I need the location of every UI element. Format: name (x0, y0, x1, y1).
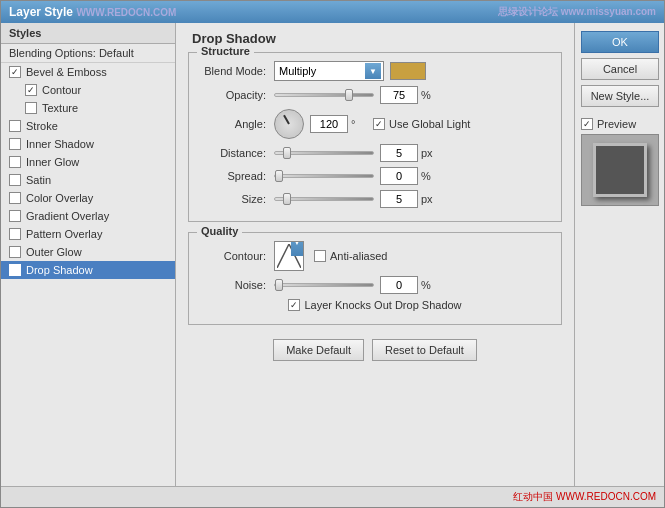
size-thumb[interactable] (283, 193, 291, 205)
title-bar: Layer Style WWW.REDOCN.COM 思绿设计论坛 www.mi… (1, 1, 664, 23)
preview-box (581, 134, 659, 206)
noise-label: Noise: (201, 279, 266, 291)
distance-label: Distance: (201, 147, 266, 159)
style-item-label: Inner Glow (26, 156, 79, 168)
style-checkbox[interactable] (25, 102, 37, 114)
knocks-out-text: Layer Knocks Out Drop Shadow (304, 299, 461, 311)
drop-shadow-title: Drop Shadow (188, 31, 562, 46)
size-unit: px (421, 193, 435, 205)
angle-row: Angle: ° Use Global Light (201, 109, 549, 139)
new-style-button[interactable]: New Style... (581, 85, 659, 107)
spread-label: Spread: (201, 170, 266, 182)
style-item-label: Contour (42, 84, 81, 96)
style-item-label: Inner Shadow (26, 138, 94, 150)
style-item-label: Stroke (26, 120, 58, 132)
reset-to-default-button[interactable]: Reset to Default (372, 339, 477, 361)
layer-style-dialog: Layer Style WWW.REDOCN.COM 思绿设计论坛 www.mi… (0, 0, 665, 508)
style-checkbox[interactable] (9, 246, 21, 258)
sidebar-item-texture[interactable]: Texture (1, 99, 175, 117)
preview-container: Preview (581, 116, 658, 206)
global-light-label[interactable]: Use Global Light (373, 118, 470, 130)
angle-input[interactable] (310, 115, 348, 133)
ok-button[interactable]: OK (581, 31, 659, 53)
blend-mode-arrow: ▼ (365, 63, 381, 79)
noise-thumb[interactable] (275, 279, 283, 291)
anti-aliased-checkbox[interactable] (314, 250, 326, 262)
knocks-out-label[interactable]: Layer Knocks Out Drop Shadow (288, 299, 461, 311)
noise-row: Noise: % (201, 276, 549, 294)
blend-mode-dropdown[interactable]: Multiply ▼ (274, 61, 384, 81)
style-checkbox[interactable] (25, 84, 37, 96)
title-watermark-left: WWW.REDOCN.COM (76, 7, 176, 18)
contour-row: Contour: ▼ Anti-aliased (201, 241, 549, 271)
style-checkbox[interactable] (9, 66, 21, 78)
sidebar-item-pattern-overlay[interactable]: Pattern Overlay (1, 225, 175, 243)
size-slider[interactable] (274, 197, 374, 201)
style-item-label: Outer Glow (26, 246, 82, 258)
buttons-panel: OK Cancel New Style... Preview (574, 23, 664, 486)
style-item-label: Satin (26, 174, 51, 186)
noise-slider[interactable] (274, 283, 374, 287)
style-item-label: Texture (42, 102, 78, 114)
sidebar-item-inner-glow[interactable]: Inner Glow (1, 153, 175, 171)
style-checkbox[interactable] (9, 174, 21, 186)
blend-mode-row: Blend Mode: Multiply ▼ (201, 61, 549, 81)
sidebar-item-color-overlay[interactable]: Color Overlay (1, 189, 175, 207)
sidebar-item-satin[interactable]: Satin (1, 171, 175, 189)
structure-label: Structure (197, 45, 254, 57)
global-light-checkbox[interactable] (373, 118, 385, 130)
left-panel: Styles Blending Options: Default Bevel &… (1, 23, 176, 486)
anti-aliased-label[interactable]: Anti-aliased (314, 250, 387, 262)
opacity-unit: % (421, 89, 435, 101)
blend-mode-label: Blend Mode: (201, 65, 266, 77)
shadow-color-swatch[interactable] (390, 62, 426, 80)
noise-input[interactable] (380, 276, 418, 294)
sidebar-item-stroke[interactable]: Stroke (1, 117, 175, 135)
contour-dropdown-arrow: ▼ (291, 241, 303, 256)
knocks-out-checkbox[interactable] (288, 299, 300, 311)
bottom-buttons: Make Default Reset to Default (188, 335, 562, 365)
distance-row: Distance: px (201, 144, 549, 162)
opacity-slider[interactable] (274, 93, 374, 97)
style-checkbox[interactable] (9, 138, 21, 150)
opacity-thumb[interactable] (345, 89, 353, 101)
preview-checkbox-label[interactable]: Preview (581, 118, 658, 130)
sidebar-item-drop-shadow[interactable]: Drop Shadow (1, 261, 175, 279)
opacity-label: Opacity: (201, 89, 266, 101)
opacity-input[interactable] (380, 86, 418, 104)
cancel-button[interactable]: Cancel (581, 58, 659, 80)
distance-slider[interactable] (274, 151, 374, 155)
distance-thumb[interactable] (283, 147, 291, 159)
blending-options-header[interactable]: Blending Options: Default (1, 44, 175, 63)
distance-input[interactable] (380, 144, 418, 162)
style-checkbox[interactable] (9, 192, 21, 204)
global-light-text: Use Global Light (389, 118, 470, 130)
size-input[interactable] (380, 190, 418, 208)
style-checkbox[interactable] (9, 264, 21, 276)
style-checkbox[interactable] (9, 228, 21, 240)
distance-unit: px (421, 147, 435, 159)
style-items-list: Bevel & EmbossContourTextureStrokeInner … (1, 63, 175, 279)
style-checkbox[interactable] (9, 120, 21, 132)
structure-section: Structure Blend Mode: Multiply ▼ Opacity… (188, 52, 562, 222)
style-checkbox[interactable] (9, 210, 21, 222)
make-default-button[interactable]: Make Default (273, 339, 364, 361)
quality-label: Quality (197, 225, 242, 237)
spread-input[interactable] (380, 167, 418, 185)
contour-preview[interactable]: ▼ (274, 241, 304, 271)
sidebar-item-gradient-overlay[interactable]: Gradient Overlay (1, 207, 175, 225)
sidebar-item-inner-shadow[interactable]: Inner Shadow (1, 135, 175, 153)
style-item-label: Bevel & Emboss (26, 66, 107, 78)
sidebar-item-bevel-&-emboss[interactable]: Bevel & Emboss (1, 63, 175, 81)
sidebar-item-outer-glow[interactable]: Outer Glow (1, 243, 175, 261)
styles-header: Styles (1, 23, 175, 44)
spread-thumb[interactable] (275, 170, 283, 182)
preview-inner (593, 143, 647, 197)
spread-slider[interactable] (274, 174, 374, 178)
preview-text: Preview (597, 118, 636, 130)
angle-dial[interactable] (274, 109, 304, 139)
style-checkbox[interactable] (9, 156, 21, 168)
angle-label: Angle: (201, 118, 266, 130)
sidebar-item-contour[interactable]: Contour (1, 81, 175, 99)
preview-checkbox[interactable] (581, 118, 593, 130)
